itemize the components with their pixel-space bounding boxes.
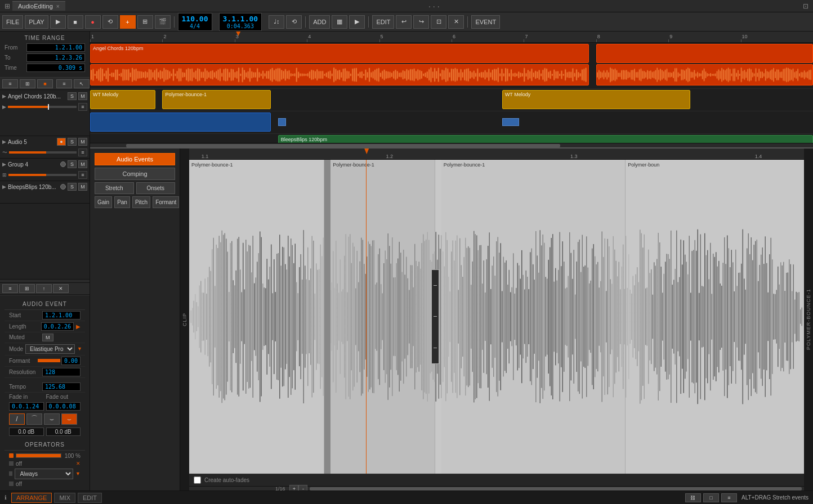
off1-x[interactable]: ✕	[76, 461, 81, 466]
zoom-in-btn-wf[interactable]: +	[289, 485, 298, 491]
audio5-clip-wt2[interactable]: WT Melody	[502, 90, 690, 109]
group4-event2[interactable]	[502, 118, 519, 126]
event-button[interactable]: EVENT	[471, 15, 500, 29]
angel-expand2[interactable]: ▶	[2, 104, 6, 110]
metronome-button[interactable]: ♩↕	[269, 15, 284, 29]
angel-mute-btn[interactable]: M	[78, 92, 87, 100]
ae-length-value[interactable]: 0.0.2.26	[41, 322, 74, 331]
bleeps-expand[interactable]: ▶	[2, 184, 6, 190]
comping-btn[interactable]: Comping	[95, 168, 175, 180]
track-color-btn[interactable]: ■	[37, 79, 53, 88]
position-display[interactable]: 3.1.1.00 0:04.363	[219, 13, 262, 31]
chart-button[interactable]: ▦	[332, 15, 347, 29]
always-select[interactable]: Always	[15, 469, 73, 479]
redo-button[interactable]: ↪	[413, 15, 429, 29]
fade-out-value[interactable]: 0.0.0.08	[46, 402, 81, 411]
audio5-expand[interactable]: ▶	[2, 139, 6, 145]
camera-button[interactable]: 🎬	[155, 15, 171, 29]
time-value[interactable]: 0.309 s	[26, 64, 85, 72]
vol-bar[interactable]	[16, 453, 61, 458]
add-button[interactable]: ADD	[309, 15, 330, 29]
bleeps-clip[interactable]: BleepsBlips 120bpm	[278, 135, 813, 143]
edit-tab[interactable]: EDIT	[78, 493, 102, 503]
audio-events-btn[interactable]: Audio Events	[95, 153, 175, 165]
cycle-button[interactable]: ⟲	[102, 15, 118, 29]
zoom-out-btn-wf[interactable]: -	[298, 485, 307, 491]
audio5-clip-wt1[interactable]: WT Melody	[90, 90, 155, 109]
play-label-button[interactable]: PLAY	[25, 15, 48, 29]
db-right-value[interactable]: 0.0 dB	[46, 428, 81, 436]
play2-button[interactable]: ▶	[349, 15, 365, 29]
angel-solo-btn[interactable]: S	[68, 92, 77, 100]
db-left-value[interactable]: 0.0 dB	[9, 428, 44, 436]
group4-expand[interactable]: ▶	[2, 161, 6, 167]
bpm-display[interactable]: 110.00 4/4	[178, 13, 212, 31]
group4-event1[interactable]	[278, 118, 286, 126]
onsets-btn[interactable]: Onsets	[136, 182, 176, 194]
track-cursor-btn[interactable]: ↖	[74, 79, 90, 88]
undo-button[interactable]: ↩	[396, 15, 412, 29]
group4-solo-btn[interactable]: S	[68, 160, 77, 168]
angel-fader[interactable]	[8, 106, 77, 108]
record-button[interactable]: ●	[85, 15, 101, 29]
track-tb-grid[interactable]: ⊞	[19, 284, 35, 293]
edit-handle-1[interactable]	[431, 269, 439, 363]
waveform-content[interactable]: Polymer-bounce-1 Polymer-bounce-1 Polyme…	[189, 160, 804, 474]
sb-square-btn[interactable]: □	[703, 493, 719, 502]
stretch-btn[interactable]: Stretch	[95, 182, 134, 194]
group4-settings-btn[interactable]: ≡	[78, 171, 87, 179]
sb-bars-btn[interactable]: ≡	[721, 493, 737, 502]
waveform-scrollbar[interactable]: 1/16 + -	[189, 486, 804, 490]
pitch-btn[interactable]: Pitch	[132, 196, 150, 208]
ae-formant-bar[interactable]	[38, 359, 60, 362]
audio5-mute-btn[interactable]: M	[78, 138, 87, 146]
track-tb-x[interactable]: ✕	[53, 284, 69, 293]
pan-btn[interactable]: Pan	[114, 196, 130, 208]
audio5-solo-btn[interactable]: S	[68, 138, 77, 146]
fade-exp-btn[interactable]: ⌒	[26, 413, 42, 425]
main-tab[interactable]: AudioEditing ×	[12, 1, 65, 11]
track-grid-btn[interactable]: ⊞	[20, 79, 35, 88]
fade-in-value[interactable]: 0.0.1.24	[9, 402, 44, 411]
audio5-clip-polymer[interactable]: Polymer-bounce-1	[162, 90, 271, 109]
to-value[interactable]: 1.2.3.26	[26, 53, 85, 62]
group4-clip1[interactable]	[90, 112, 271, 132]
track-options-btn[interactable]: ≡	[56, 79, 72, 88]
audio5-fader[interactable]	[9, 151, 77, 154]
angel-clip-right[interactable]	[596, 44, 813, 63]
add-icon-button[interactable]: +	[120, 15, 136, 29]
ae-muted-value[interactable]: M	[42, 334, 53, 341]
bleeps-solo-btn[interactable]: S	[68, 183, 77, 191]
audio5-record-btn[interactable]: ●	[57, 138, 66, 146]
layout-button[interactable]: ⊞	[137, 15, 153, 29]
group4-fader[interactable]	[8, 174, 77, 176]
ae-mode-select[interactable]: Elastique Pro	[25, 344, 75, 354]
fade-custom-btn[interactable]: ⌣	[61, 413, 77, 425]
audio5-settings-btn[interactable]: ≡	[78, 148, 87, 156]
loop-button[interactable]: ⟲	[286, 15, 302, 29]
sb-link-btn[interactable]: ⛓	[685, 493, 701, 502]
play-button[interactable]: ▶	[50, 15, 66, 29]
arrange-scrollbar[interactable]	[90, 143, 813, 147]
stop-button[interactable]: ■	[68, 15, 83, 29]
gain-btn[interactable]: Gain	[95, 196, 112, 208]
arrange-tab[interactable]: ARRANGE	[11, 493, 52, 503]
ae-length-arrow[interactable]: ▶	[76, 323, 81, 330]
track-list-btn[interactable]: ≡	[2, 79, 18, 88]
angel-clip-right-wave[interactable]	[596, 64, 813, 86]
ae-tempo-value[interactable]: 125.68	[42, 382, 81, 391]
group4-mute-btn[interactable]: M	[78, 160, 87, 168]
ae-start-value[interactable]: 1.2.1.00	[42, 311, 81, 320]
x-button[interactable]: ✕	[448, 15, 464, 29]
autofades-checkbox[interactable]	[194, 476, 201, 484]
bleeps-mute-btn[interactable]: M	[78, 183, 87, 191]
file-button[interactable]: FILE	[2, 15, 23, 29]
mix-tab[interactable]: MIX	[54, 493, 75, 503]
from-value[interactable]: 1.2.1.00	[26, 43, 85, 52]
formant-btn[interactable]: Formant	[153, 196, 179, 208]
copy-button[interactable]: ⊡	[431, 15, 446, 29]
ae-formant-value[interactable]: 0.00	[61, 357, 81, 365]
ae-resolution-value[interactable]: 128	[42, 368, 81, 376]
angel-settings-btn[interactable]: ≡	[78, 103, 87, 111]
fade-linear-btn[interactable]: /	[9, 413, 25, 425]
